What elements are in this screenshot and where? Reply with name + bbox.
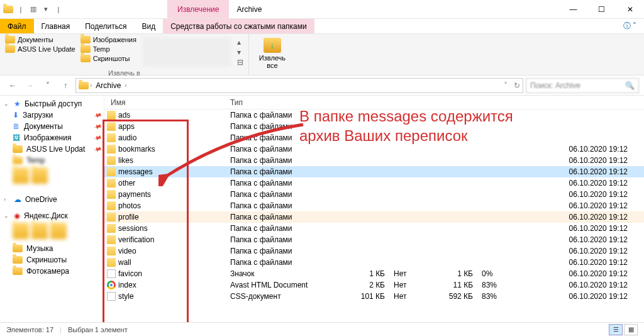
view-thumbnails-button[interactable]: ▦ [624,324,638,335]
sidebar-temp-blurred[interactable]: Temp [0,155,104,166]
file-status: Нет [394,269,431,278]
file-date: 06.10.2020 19:12 [513,281,644,289]
dest-temp[interactable]: Temp [79,45,138,53]
file-date: 06.10.2020 19:12 [513,190,644,199]
tab-home[interactable]: Главная [34,19,78,33]
file-row[interactable]: videoПапка с файлами06.10.2020 19:12 [104,245,644,257]
file-compressed-size: 101 КБ [343,292,394,301]
folder-icon [107,122,116,131]
file-row[interactable]: otherПапка с файлами06.10.2020 19:12 [104,177,644,189]
qat-new-icon[interactable]: ▾ [40,4,52,15]
ribbon-group-extract-all: Извлечь все [249,34,296,75]
folder-icon [107,156,116,165]
sidebar-onedrive[interactable]: ›☁OneDrive [0,194,104,205]
file-type: CSS-документ [230,292,343,301]
file-ratio: 0% [482,269,513,278]
sidebar-documents[interactable]: 🗎Документы📌 [0,121,104,132]
file-date: 06.10.2020 19:12 [513,235,644,244]
dest-scroll-down-icon[interactable]: ▾ [237,48,243,57]
sidebar-images[interactable]: 🖼Изображения📌 [0,132,104,143]
file-date: 06.10.2020 19:12 [513,213,644,221]
folder-icon [107,247,116,255]
window-title: Archive [229,0,559,18]
ribbon-collapse-icon[interactable]: ⓘ ˄ [616,19,644,33]
dest-screenshots[interactable]: Скриншоты [79,54,138,63]
sidebar-quick-access[interactable]: ⌄★Быстрый доступ [0,98,104,109]
file-name: apps [118,122,230,131]
tab-share[interactable]: Поделиться [77,19,134,33]
file-row[interactable]: likesПапка с файлами06.10.2020 19:12 [104,155,644,166]
file-type: Папка с файлами [230,247,343,255]
file-type: Папка с файлами [230,235,343,244]
file-status: Нет [394,292,431,301]
sidebar-downloads[interactable]: ⬇Загрузки📌 [0,109,104,121]
file-row[interactable]: verificationПапка с файлами06.10.2020 19… [104,234,644,245]
close-button[interactable]: ✕ [616,0,644,19]
file-name: wall [118,258,230,267]
search-input[interactable]: Поиск: Archive 🔍 [526,78,639,93]
dest-documents[interactable]: Документы [4,35,77,44]
file-date: 06.10.2020 19:12 [513,156,644,165]
nav-up-button[interactable]: ↑ [58,78,73,93]
file-type: Папка с файлами [230,213,343,221]
breadcrumb-dropdown-icon[interactable]: ˅ ↻ [504,81,520,90]
folder-icon [5,36,15,43]
file-row[interactable]: faviconЗначок1 КБНет1 КБ0%06.10.2020 19:… [104,268,644,279]
file-row[interactable]: wallПапка с файлами06.10.2020 19:12 [104,257,644,268]
folder-icon [80,36,91,43]
sidebar: ⌄★Быстрый доступ ⬇Загрузки📌 🗎Документы📌 … [0,96,104,322]
file-row[interactable]: photosПапка с файлами06.10.2020 19:12 [104,200,644,211]
minimize-button[interactable]: — [559,0,587,19]
extract-all-button[interactable]: Извлечь все [253,35,292,72]
status-bar: Элементов: 17 | Выбран 1 элемент ☰ ▦ [0,322,644,336]
file-row[interactable]: profileПапка с файлами06.10.2020 19:12 [104,211,644,223]
folder-icon [107,224,116,233]
breadcrumb[interactable]: › Archive › ˅ ↻ [75,78,523,93]
sidebar-asus[interactable]: ASUS Live Updat📌 [0,143,104,155]
file-date: 06.10.2020 19:12 [513,179,644,188]
qat-props-icon[interactable]: ▥ [28,4,39,15]
page-icon [107,269,116,278]
nav-forward-button[interactable]: → [23,78,38,93]
file-row[interactable]: messagesПапка с файлами06.10.2020 19:12 [104,166,644,177]
tab-view[interactable]: Вид [134,19,163,33]
folder-icon [107,111,116,120]
dest-asus[interactable]: ASUS Live Update [4,45,77,53]
dest-scroll-up-icon[interactable]: ▴ [237,38,243,47]
window-controls: — ☐ ✕ [559,0,644,18]
title-bar: | ▥ ▾ | Извлечение Archive — ☐ ✕ [0,0,644,19]
file-date: 06.10.2020 19:12 [513,258,644,267]
nav-recent-dropdown[interactable]: ˅ [40,78,55,93]
file-type: Папка с файлами [230,167,343,176]
cloud-icon: ☁ [14,195,21,204]
col-header-type[interactable]: Тип [230,98,343,107]
file-type: Папка с файлами [230,179,343,188]
sidebar-camera[interactable]: Фотокамера [0,266,104,277]
file-row[interactable]: paymentsПапка с файлами06.10.2020 19:12 [104,189,644,200]
file-date: 06.10.2020 19:12 [513,145,644,154]
file-name: payments [118,190,230,199]
breadcrumb-segment[interactable]: Archive [93,81,123,90]
dest-more-icon[interactable]: ⊟ [237,58,243,67]
folder-icon [13,157,23,164]
file-name: video [118,247,230,255]
nav-back-button[interactable]: ← [5,78,20,93]
maximize-button[interactable]: ☐ [587,0,616,19]
search-placeholder: Поиск: Archive [530,81,580,90]
file-row[interactable]: indexAvast HTML Document2 КБНет11 КБ83%0… [104,279,644,291]
view-details-button[interactable]: ☰ [609,324,623,335]
annotation-text: В папке messages содержится архив Ваших … [299,106,513,145]
dest-images[interactable]: Изображения [79,35,138,44]
folder-icon [107,190,116,199]
file-name: favicon [118,269,230,278]
tab-compressed-tools[interactable]: Средства работы со сжатыми папками [163,19,314,33]
file-row[interactable]: styleCSS-документ101 КБНет592 КБ83%06.10… [104,291,644,302]
file-row[interactable]: sessionsПапка с файлами06.10.2020 19:12 [104,223,644,234]
sidebar-yandex-disk[interactable]: ⌄◉Яндекс.Диск [0,210,104,221]
sidebar-screenshots[interactable]: Скриншоты [0,254,104,266]
col-header-name[interactable]: Имя [104,98,230,107]
chrome-icon [107,281,116,289]
folder-icon [13,256,23,264]
tab-file[interactable]: Файл [0,19,34,33]
sidebar-music[interactable]: Музыка [0,243,104,254]
